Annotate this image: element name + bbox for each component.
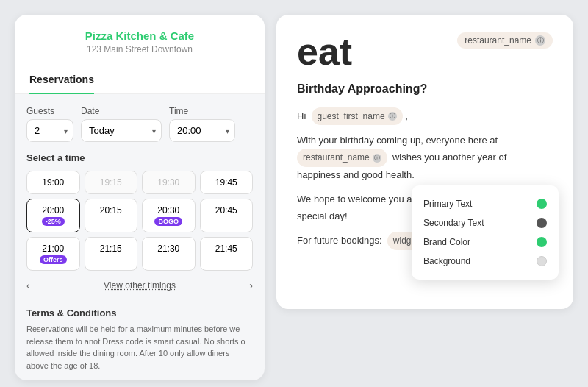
restaurant-header: Pizza Kitchen & Cafe 123 Main Street Dow… (15, 15, 265, 66)
badge-discount: -25% (42, 217, 65, 226)
dropdown-item-brand[interactable]: Brand Color (423, 232, 547, 252)
terms-text: Reservations will be held for a maximum … (26, 323, 253, 372)
terms-section: Terms & Conditions Reservations will be … (15, 299, 265, 380)
nav-prev-icon[interactable]: ‹ (26, 280, 30, 291)
background-color-dot (537, 256, 547, 266)
time-btn-1930: 19:30 (142, 171, 196, 194)
badge-bogo: BOGO (154, 217, 182, 226)
guest-first-name-tag[interactable]: guest_first_name ⓘ (312, 107, 403, 125)
time-btn-2045[interactable]: 20:45 (200, 199, 254, 232)
email-header: eat restaurant_name ⓘ (297, 32, 553, 71)
restaurant-name-tag-text: restaurant_name (465, 35, 531, 46)
date-label: Date (81, 106, 162, 116)
guest-tag-icon: ⓘ (388, 112, 397, 121)
badge-offers: Offers (40, 255, 67, 264)
brand-color-label: Brand Color (423, 237, 470, 247)
time-grid: 19:00 19:15 19:30 19:45 20:00 -25% 20:15… (26, 171, 253, 271)
right-panel: eat restaurant_name ⓘ Birthday Approachi… (276, 15, 573, 309)
body2-pre-text: We hope to welcome you at (297, 194, 415, 205)
date-group: Date Today Tomorrow ▾ (81, 106, 162, 142)
time-group: Time 20:00 19:00 21:00 ▾ (169, 106, 235, 142)
secondary-text-color-dot (537, 218, 547, 228)
time-btn-2115[interactable]: 21:15 (85, 237, 138, 271)
tag-info-icon: ⓘ (535, 35, 545, 46)
body1-tag-text: restaurant_name (303, 150, 370, 165)
time-btn-1915: 19:15 (85, 171, 138, 194)
nav-next-icon[interactable]: › (249, 280, 253, 291)
form-section: Guests 2 1 3 4 ▾ Date (15, 94, 265, 299)
restaurant-name-tag-body1[interactable]: restaurant_name ⓘ (297, 149, 387, 166)
body3-pre-text: For future bookings: (297, 235, 382, 246)
time-nav: ‹ View other timings › (26, 277, 253, 299)
dropdown-item-background[interactable]: Background (423, 252, 547, 271)
email-greeting-line: Hi guest_first_name ⓘ , (297, 107, 553, 125)
select-time-title: Select a time (26, 152, 253, 163)
dropdown-item-primary[interactable]: Primary Text (423, 194, 547, 213)
time-btn-2145[interactable]: 21:45 (200, 237, 254, 271)
time-btn-2130[interactable]: 21:30 (142, 237, 196, 271)
tab-reservations[interactable]: Reservations (29, 66, 94, 94)
greeting-text: Hi (297, 110, 306, 121)
time-btn-2030[interactable]: 20:30 BOGO (142, 199, 196, 232)
email-brand-title: eat (297, 32, 352, 71)
restaurant-name: Pizza Kitchen & Cafe (29, 29, 250, 42)
guests-select[interactable]: 2 1 3 4 (26, 119, 74, 142)
time-select[interactable]: 20:00 19:00 21:00 (169, 119, 235, 142)
primary-text-color-dot (537, 199, 547, 209)
dropdown-item-secondary[interactable]: Secondary Text (423, 213, 547, 232)
guests-select-wrapper: 2 1 3 4 ▾ (26, 119, 74, 142)
tabs-row: Reservations (15, 66, 265, 94)
brand-color-dot (537, 237, 547, 247)
time-btn-2015[interactable]: 20:15 (85, 199, 138, 232)
time-btn-2000[interactable]: 20:00 -25% (26, 199, 80, 232)
color-settings-dropdown: Primary Text Secondary Text Brand Color … (412, 185, 559, 280)
view-other-timings[interactable]: View other timings (104, 280, 176, 291)
time-btn-2100[interactable]: 21:00 Offers (26, 237, 80, 271)
time-btn-1900[interactable]: 19:00 (26, 171, 80, 194)
email-body-line1: With your birthday coming up, everyone h… (297, 132, 553, 183)
background-label: Background (423, 256, 470, 266)
secondary-text-label: Secondary Text (423, 218, 484, 228)
date-select[interactable]: Today Tomorrow (81, 119, 162, 142)
form-row-top: Guests 2 1 3 4 ▾ Date (26, 106, 253, 142)
restaurant-address: 123 Main Street Downtown (29, 44, 250, 54)
guest-tag-text: guest_first_name (318, 109, 385, 124)
guests-label: Guests (26, 106, 74, 116)
guests-group: Guests 2 1 3 4 ▾ (26, 106, 74, 142)
restaurant-name-tag-header[interactable]: restaurant_name ⓘ (457, 32, 553, 49)
time-select-wrapper: 20:00 19:00 21:00 ▾ (169, 119, 235, 142)
time-btn-1945[interactable]: 19:45 (200, 171, 254, 194)
main-container: Pizza Kitchen & Cafe 123 Main Street Dow… (15, 15, 573, 372)
primary-text-label: Primary Text (423, 199, 472, 209)
time-label: Time (169, 106, 235, 116)
body1-tag-icon: ⓘ (373, 154, 381, 163)
date-select-wrapper: Today Tomorrow ▾ (81, 119, 162, 142)
left-panel: Pizza Kitchen & Cafe 123 Main Street Dow… (15, 15, 265, 380)
email-subject: Birthday Approaching? (297, 82, 553, 96)
terms-title: Terms & Conditions (26, 308, 253, 319)
body1-pre-text: With your birthday coming up, everyone h… (297, 135, 498, 146)
